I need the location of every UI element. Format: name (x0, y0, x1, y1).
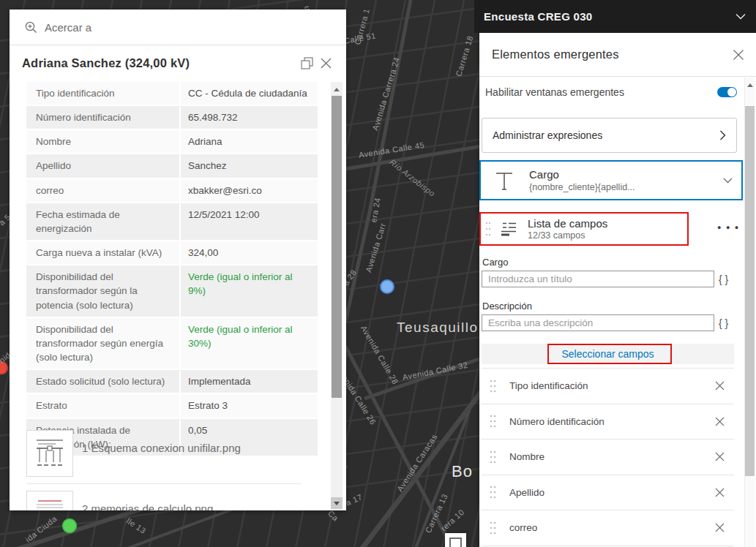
table-row: Tipo identificación CC - Cédula de ciuda… (26, 82, 318, 106)
field-list-item[interactable]: Apellido (482, 475, 734, 510)
field-label: Fecha estimada de energización (26, 203, 181, 240)
title-input-label: Cargo (482, 257, 508, 268)
table-row: Estrato Estrato 3 (26, 394, 318, 418)
field-value: Verde (igual o inferior al 9%) (181, 265, 318, 316)
table-row: Número identificación 65.498.732 (26, 106, 318, 130)
description-expression-button[interactable]: { } (719, 317, 728, 329)
table-row: Fecha estimada de energización 12/5/2021… (26, 203, 318, 241)
field-item-label: Nombre (509, 451, 715, 462)
field-value: Adriana (181, 130, 318, 153)
attachments-section: 1 Esquema conexion unifilar.png 2 memori… (26, 430, 318, 510)
dock-icon (301, 57, 313, 69)
remove-field-icon[interactable] (715, 381, 725, 391)
table-row: Disponibilidad del transformador según e… (26, 318, 318, 370)
field-list-icon (500, 221, 517, 237)
field-value: Verde (igual o inferior al 30%) (181, 318, 318, 369)
remove-field-icon[interactable] (715, 417, 725, 426)
more-options-button[interactable]: ● ● ● (717, 224, 740, 231)
extent-icon (449, 537, 462, 547)
popup-element-title-card[interactable]: Cargo {nombre_cliente}{apellid... (479, 160, 743, 200)
chevron-down-icon (723, 178, 733, 184)
drag-handle-icon[interactable] (490, 485, 496, 499)
enable-popups-toggle[interactable] (717, 87, 737, 97)
attribute-table: Tipo identificación CC - Cédula de ciuda… (26, 82, 318, 457)
field-item-label: Número identificación (509, 416, 715, 427)
attachment-item[interactable]: 2 memorias de calculo.png (26, 491, 318, 510)
field-list-item[interactable]: Número identificación (482, 404, 734, 440)
field-value: xbakker@esri.co (181, 179, 318, 202)
element-title: Cargo (529, 168, 723, 181)
field-value: Sanchez (181, 154, 318, 177)
zoom-to-icon (25, 21, 37, 34)
chevron-down-icon (736, 13, 746, 20)
panel-title: Elementos emergentes (492, 48, 733, 61)
popup-title: Adriana Sanchez (324,00 kV) (22, 56, 297, 70)
drag-handle-icon[interactable] (490, 414, 496, 429)
table-row: correo xbakker@esri.co (26, 179, 318, 203)
field-label: Carga nueva a instalar (kVA) (26, 241, 181, 264)
field-item-label: Tipo identificación (509, 380, 715, 391)
scroll-up-arrow[interactable] (331, 83, 343, 95)
field-value: Implementada (181, 370, 318, 393)
field-list-title: Lista de campos (528, 217, 607, 230)
field-item-label: Apellido (509, 487, 715, 498)
table-row: Nombre Adriana (26, 130, 318, 154)
attachment-item[interactable]: 1 Esquema conexion unifilar.png (26, 430, 318, 477)
field-label: Tipo identificación (26, 82, 181, 105)
close-icon[interactable] (733, 49, 744, 61)
zoom-to-label: Acercar a (45, 21, 91, 34)
table-row: Disponibilidad del transformador según l… (26, 265, 318, 317)
red-point-marker (0, 362, 8, 374)
field-list-item[interactable]: correo (482, 510, 734, 546)
description-input[interactable] (482, 314, 714, 331)
close-icon (321, 58, 332, 69)
feature-popup: Acercar a Adriana Sanchez (324,00 kV) (10, 10, 346, 510)
green-point-marker (63, 519, 77, 533)
drag-handle-icon[interactable] (490, 450, 496, 464)
field-value: 65.498.732 (181, 106, 318, 129)
title-expression-button[interactable]: { } (719, 274, 728, 285)
field-list-count: 12/33 campos (528, 230, 607, 241)
popup-settings-panel: Elementos emergentes Habilitar ventanas … (479, 33, 756, 547)
map-widget-button[interactable] (445, 533, 466, 547)
remove-field-icon[interactable] (715, 452, 725, 461)
remove-field-icon[interactable] (715, 523, 725, 532)
widget-titlebar[interactable]: Encuesta CREG 030 (474, 0, 756, 33)
widget-title: Encuesta CREG 030 (484, 10, 736, 23)
field-list-item[interactable]: Nombre (482, 439, 734, 475)
attachment-filename[interactable]: 2 memorias de calculo.png (82, 502, 213, 510)
drag-handle-icon[interactable] (490, 521, 496, 535)
attachment-thumbnail (26, 491, 73, 510)
enable-popups-label: Habilitar ventanas emergentes (485, 86, 717, 98)
drag-handle-icon[interactable] (490, 379, 496, 393)
zoom-to-action[interactable]: Acercar a (10, 10, 346, 45)
field-label: Estrato (26, 394, 181, 417)
select-fields-bar: Seleccionar campos (482, 344, 734, 364)
drag-handle-icon[interactable] (485, 220, 491, 238)
field-list-item[interactable]: Tipo identificación (482, 368, 734, 404)
manage-expressions-button[interactable]: Administrar expresiones (482, 118, 737, 153)
panel-scrollbar[interactable] (744, 78, 755, 547)
title-input[interactable] (482, 271, 714, 287)
field-value: 324,00 (181, 241, 318, 264)
scrollbar-thumb[interactable] (745, 106, 755, 476)
remove-field-icon[interactable] (715, 488, 725, 497)
field-item-label: correo (509, 522, 715, 533)
scrollbar-thumb[interactable] (332, 96, 342, 398)
field-value: Estrato 3 (181, 394, 318, 417)
scroll-up-arrow[interactable] (745, 79, 755, 91)
selected-fields-list: Tipo identificación Número ide (482, 368, 734, 546)
dock-popup-button[interactable] (297, 54, 316, 73)
description-input-label: Descripción (482, 301, 532, 312)
select-fields-button[interactable]: Seleccionar campos (561, 348, 654, 360)
field-value: CC - Cédula de ciudadanía (181, 82, 318, 105)
divider (26, 483, 302, 484)
blue-point-marker (381, 280, 394, 293)
attachment-filename[interactable]: 1 Esquema conexion unifilar.png (82, 442, 241, 477)
scroll-down-arrow[interactable] (331, 497, 343, 509)
table-row: Estado solicitud (solo lectura) Implemen… (26, 370, 318, 394)
field-label: Número identificación (26, 106, 181, 129)
field-list-card[interactable]: Lista de campos 12/33 campos (479, 212, 689, 246)
popup-scrollbar[interactable] (331, 82, 343, 510)
close-popup-button[interactable] (316, 54, 335, 73)
